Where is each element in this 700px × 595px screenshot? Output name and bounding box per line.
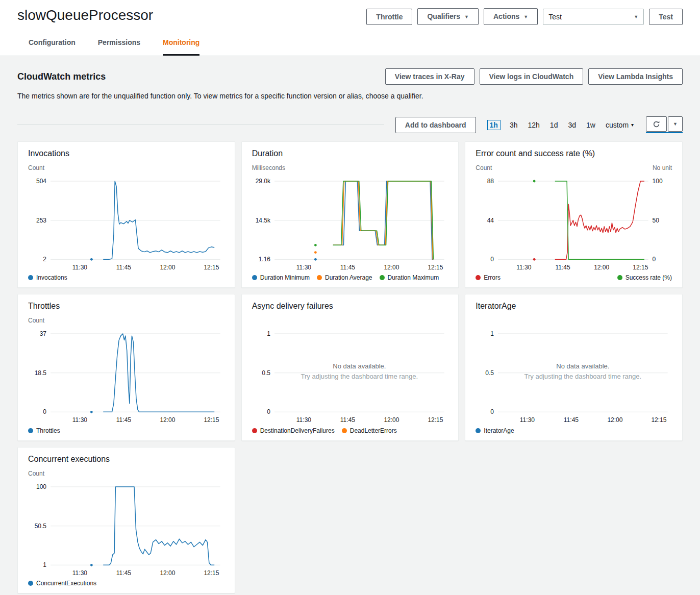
- legend-item[interactable]: IteratorAge: [476, 427, 514, 434]
- data-point-dot: [314, 251, 317, 254]
- legend-label: Duration Maximum: [388, 274, 439, 281]
- y-tick-label: 1: [43, 561, 46, 568]
- x-tick-label: 12:15: [652, 417, 667, 424]
- legend-label: ConcurrentExecutions: [36, 580, 96, 587]
- legend-item[interactable]: Duration Average: [317, 274, 372, 281]
- chart-legend: IteratorAge: [476, 427, 672, 434]
- refresh-options-button[interactable]: ▼: [668, 116, 683, 132]
- right-y-tick-label: 0: [653, 256, 656, 263]
- y-tick-label: 0.5: [262, 369, 270, 377]
- y-tick-label: 0: [43, 409, 46, 416]
- legend-label: DeadLetterErrors: [350, 427, 397, 434]
- legend-item[interactable]: Duration Minimum: [252, 274, 310, 281]
- range-1h[interactable]: 1h: [487, 120, 501, 130]
- throttles-chart: 3718.5011:3011:4512:0012:15: [28, 326, 224, 426]
- x-tick-label: 11:30: [72, 569, 87, 577]
- tab-monitoring[interactable]: Monitoring: [163, 38, 199, 56]
- legend-label: Errors: [484, 274, 501, 281]
- view-logs-cloudwatch-button[interactable]: View logs in CloudWatch: [480, 68, 584, 85]
- refresh-icon: [653, 120, 660, 128]
- range-12h[interactable]: 12h: [527, 120, 541, 130]
- legend-color-dot: [380, 275, 385, 280]
- chart-legend: ErrorsSuccess rate (%): [476, 274, 672, 281]
- y-tick-label: 0: [267, 409, 270, 416]
- legend-color-dot: [476, 275, 481, 280]
- chevron-down-icon: ▼: [464, 14, 469, 19]
- legend-item[interactable]: Duration Maximum: [380, 274, 439, 281]
- x-tick-label: 11:45: [340, 417, 355, 424]
- legend-label: DestinationDeliveryFailures: [260, 427, 335, 434]
- legend-item[interactable]: DeadLetterErrors: [342, 427, 397, 434]
- iteratorage-chart: 10.5011:3011:4512:0012:15No data availab…: [476, 326, 672, 426]
- refresh-button[interactable]: [646, 116, 667, 132]
- legend-label: Throttles: [36, 427, 60, 434]
- actions-button[interactable]: Actions▼: [484, 8, 538, 25]
- range-1w[interactable]: 1w: [585, 120, 596, 130]
- y-tick-label: 29.0k: [255, 178, 270, 185]
- async-failures-chart: 10.5011:3011:4512:0012:15No data availab…: [252, 326, 448, 426]
- chart-title: IteratorAge: [476, 302, 672, 311]
- range-1d[interactable]: 1d: [549, 120, 559, 130]
- chart-legend: ConcurrentExecutions: [28, 580, 224, 587]
- duration-chart: 29.0k14.5k1.1611:3011:4512:0012:15: [252, 173, 448, 273]
- chart-card-concurrent-executions: Concurrent executions Count 10050.5111:3…: [17, 447, 235, 593]
- x-tick-label: 12:00: [160, 569, 175, 577]
- legend-item[interactable]: ConcurrentExecutions: [28, 580, 96, 587]
- y-tick-label: 88: [487, 178, 494, 185]
- legend-item[interactable]: Success rate (%): [617, 274, 672, 281]
- x-tick-label: 12:15: [204, 569, 219, 577]
- range-3d[interactable]: 3d: [567, 120, 577, 130]
- legend-color-dot: [317, 275, 322, 280]
- throttle-button[interactable]: Throttle: [366, 9, 412, 25]
- legend-item[interactable]: DestinationDeliveryFailures: [252, 427, 335, 434]
- y-tick-label: 18.5: [35, 369, 47, 377]
- x-tick-label: 12:15: [204, 264, 219, 271]
- legend-color-dot: [476, 428, 481, 433]
- y-tick-label: 0: [491, 256, 494, 263]
- time-range-picker: 1h 3h 12h 1d 3d 1w custom▾: [487, 120, 635, 130]
- test-event-select[interactable]: Test▼: [543, 9, 644, 25]
- range-3h[interactable]: 3h: [509, 120, 519, 130]
- tab-configuration[interactable]: Configuration: [29, 38, 76, 56]
- left-axis-unit: Count: [28, 470, 44, 478]
- divider: [17, 125, 384, 125]
- y-tick-label: 1.16: [258, 256, 270, 263]
- x-tick-label: 12:00: [594, 264, 609, 271]
- invocations-chart: 504253211:3011:4512:0012:15: [28, 173, 224, 273]
- range-custom[interactable]: custom▾: [605, 120, 635, 130]
- view-lambda-insights-button[interactable]: View Lambda Insights: [588, 68, 683, 85]
- legend-color-dot: [28, 428, 33, 433]
- legend-label: IteratorAge: [484, 427, 514, 434]
- y-tick-label: 1: [491, 330, 494, 337]
- view-traces-xray-button[interactable]: View traces in X-Ray: [385, 68, 474, 85]
- chart-title: Error count and success rate (%): [476, 149, 672, 158]
- legend-color-dot: [252, 275, 257, 280]
- chart-legend: Throttles: [28, 427, 224, 434]
- qualifiers-label: Qualifiers: [427, 12, 460, 20]
- x-tick-label: 11:45: [116, 417, 131, 424]
- right-axis-unit: No unit: [653, 164, 672, 172]
- chart-card-throttles: Throttles Count 3718.5011:3011:4512:0012…: [17, 294, 235, 440]
- legend-item[interactable]: Throttles: [28, 427, 60, 434]
- left-axis-unit: Count: [28, 164, 44, 172]
- x-tick-label: 11:30: [72, 417, 87, 424]
- metrics-description: The metrics shown are for the unqualifie…: [17, 92, 683, 100]
- no-data-message: No data available.: [333, 362, 386, 370]
- x-tick-label: 11:30: [296, 417, 311, 424]
- legend-item[interactable]: Invocations: [28, 274, 67, 281]
- left-axis-unit: Count: [28, 317, 44, 325]
- tab-permissions[interactable]: Permissions: [98, 38, 140, 56]
- monitoring-content: CloudWatch metrics View traces in X-Ray …: [0, 56, 700, 595]
- qualifiers-button[interactable]: Qualifiers▼: [417, 8, 479, 25]
- test-event-selected-value: Test: [548, 13, 562, 21]
- header-actions: Throttle Qualifiers▼ Actions▼ Test▼ Test: [366, 7, 683, 25]
- data-point-dot: [314, 244, 317, 246]
- x-tick-label: 11:30: [520, 417, 535, 424]
- data-point-dot: [90, 258, 93, 261]
- y-tick-label: 50.5: [35, 522, 47, 529]
- add-to-dashboard-button[interactable]: Add to dashboard: [395, 117, 476, 133]
- legend-item[interactable]: Errors: [476, 274, 501, 281]
- concurrent-executions-chart: 10050.5111:3011:4512:0012:15: [28, 479, 224, 579]
- no-data-hint: Try adjusting the dashboard time range.: [301, 373, 418, 381]
- test-button[interactable]: Test: [649, 9, 683, 25]
